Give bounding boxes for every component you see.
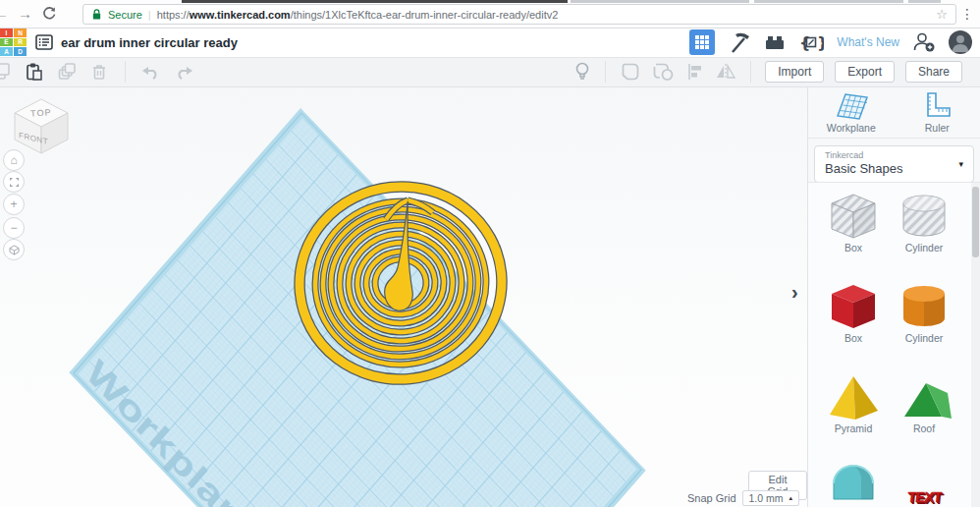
- tab-gap: [903, 0, 908, 3]
- bookmark-star-icon[interactable]: ☆: [936, 7, 948, 22]
- view-cube-top-label[interactable]: TOP: [30, 107, 52, 118]
- ungroup-icon: [652, 62, 676, 82]
- export-button[interactable]: Export: [835, 61, 895, 83]
- browser-forward-button[interactable]: →: [18, 4, 32, 24]
- minecraft-export-button[interactable]: [728, 30, 751, 54]
- mirror-button[interactable]: [715, 62, 736, 82]
- grid-icon: [694, 34, 710, 50]
- import-button[interactable]: Import: [765, 61, 824, 83]
- caret-down-icon: ▾: [958, 159, 963, 169]
- group-icon: [620, 62, 641, 82]
- copy-button[interactable]: [0, 62, 12, 82]
- 3d-viewport[interactable]: Workplane TOP FRONT ⌂ +: [0, 86, 807, 507]
- shape-label: Roof: [893, 422, 955, 434]
- caret-up-icon: ▴: [789, 494, 793, 502]
- toolbar-divider: [750, 61, 751, 83]
- workplane-tool[interactable]: Workplane: [808, 86, 895, 138]
- shape-library-dropdown[interactable]: Tinkercad Basic Shapes ▾: [814, 145, 974, 183]
- library-name: Basic Shapes: [825, 161, 963, 176]
- home-view-button[interactable]: ⌂: [3, 149, 25, 171]
- browser-reload-button[interactable]: [41, 6, 57, 22]
- url-domain: www.tinkercad.com: [190, 9, 291, 21]
- duplicate-button[interactable]: [57, 62, 77, 82]
- shape-cylinder-solid[interactable]: Cylinder: [893, 281, 955, 344]
- redo-button[interactable]: [174, 64, 193, 80]
- whats-new-link[interactable]: What's New: [837, 35, 899, 49]
- shape-roof[interactable]: Roof: [893, 371, 955, 434]
- zoom-out-button[interactable]: −: [3, 217, 25, 239]
- cylinder-solid-icon: [897, 281, 952, 332]
- align-button[interactable]: [686, 62, 704, 82]
- paste-icon: [25, 62, 44, 82]
- perspective-cube-icon: [8, 244, 21, 256]
- logo-tile: R: [14, 38, 27, 47]
- dashboard-grid-button[interactable]: [689, 29, 715, 55]
- shape-label: Cylinder: [893, 332, 955, 344]
- panel-scrollbar-thumb[interactable]: [972, 187, 979, 257]
- redo-icon: [174, 64, 193, 80]
- logo-tile: A: [0, 47, 13, 56]
- browser-menu-icon[interactable]: ⋮: [960, 6, 974, 22]
- codeblocks-button[interactable]: { }: [798, 31, 824, 53]
- delete-button[interactable]: [89, 62, 109, 82]
- edit-toolbar: Import Export Share: [0, 57, 980, 87]
- group-button[interactable]: [620, 62, 641, 82]
- url-text: https://www.tinkercad.com/things/1XlcTeK…: [157, 9, 559, 21]
- copy-icon: [0, 62, 12, 82]
- shape-cylinder-hole[interactable]: Cylinder: [893, 191, 955, 254]
- cylinder-hole-icon: [897, 191, 952, 242]
- snap-grid-select[interactable]: 1.0 mm ▴: [742, 490, 800, 506]
- zoom-out-icon: −: [10, 221, 17, 235]
- code-blocks-icon: { }: [798, 31, 824, 53]
- brick-export-button[interactable]: [764, 31, 786, 53]
- tinkercad-header: INERAD ear drum inner circular ready: [0, 28, 980, 58]
- tinkercad-logo[interactable]: INERAD: [0, 28, 27, 56]
- shape-label: Cylinder: [893, 242, 955, 254]
- browser-back-button[interactable]: ←: [0, 4, 9, 24]
- zoom-in-button[interactable]: +: [3, 194, 25, 215]
- invite-user-button[interactable]: [912, 31, 936, 53]
- show-all-button[interactable]: [573, 61, 591, 83]
- main-area: Workplane TOP FRONT ⌂ +: [0, 86, 980, 507]
- shape-pyramid[interactable]: Pyramid: [822, 371, 885, 434]
- logo-tile: I: [0, 28, 13, 37]
- design-properties-button[interactable]: [35, 33, 53, 51]
- view-cube[interactable]: TOP FRONT: [6, 90, 77, 157]
- logo-tile: D: [14, 47, 27, 56]
- shape-label: Box: [822, 332, 885, 344]
- svg-text:}: }: [817, 33, 824, 52]
- shape-round-roof[interactable]: Round Roof: [822, 454, 885, 507]
- shape-box-hole[interactable]: Box: [822, 191, 885, 254]
- perspective-toggle-button[interactable]: [3, 239, 25, 260]
- scene-canvas[interactable]: Workplane: [0, 86, 807, 507]
- panel-collapse-handle[interactable]: ›: [791, 281, 798, 304]
- secure-label: Secure: [108, 9, 142, 21]
- share-button[interactable]: Share: [905, 61, 962, 83]
- shape-text[interactable]: TEXT Text: [893, 454, 955, 507]
- ruler-tool[interactable]: Ruler: [895, 86, 980, 138]
- address-bar[interactable]: Secure | https://www.tinkercad.com/thing…: [82, 4, 956, 25]
- undo-button[interactable]: [141, 64, 161, 80]
- user-avatar[interactable]: [949, 30, 972, 54]
- roof-icon: [897, 371, 952, 422]
- library-kicker: Tinkercad: [825, 150, 963, 160]
- fit-view-button[interactable]: [3, 171, 25, 193]
- ungroup-button[interactable]: [652, 62, 676, 82]
- snap-grid-value: 1.0 mm: [749, 492, 784, 504]
- shape-box-solid[interactable]: Box: [822, 281, 885, 344]
- paste-button[interactable]: [25, 62, 44, 82]
- panel-scrollbar[interactable]: [971, 183, 980, 507]
- logo-tile: N: [14, 28, 27, 37]
- design-title[interactable]: ear drum inner circular ready: [61, 35, 238, 50]
- browser-tab-strip-inactive[interactable]: [571, 0, 941, 3]
- toolbar-divider: [125, 61, 126, 83]
- lightbulb-icon: [573, 61, 591, 83]
- shape-gallery: Box Cylinder: [808, 182, 980, 507]
- align-icon: [686, 62, 704, 82]
- pyramid-icon: [826, 371, 881, 422]
- shape-label: Box: [822, 242, 885, 254]
- browser-tab-strip[interactable]: [182, 0, 568, 3]
- snap-grid-label: Snap Grid: [687, 492, 736, 504]
- undo-icon: [141, 64, 161, 80]
- fit-view-icon: [8, 176, 21, 189]
